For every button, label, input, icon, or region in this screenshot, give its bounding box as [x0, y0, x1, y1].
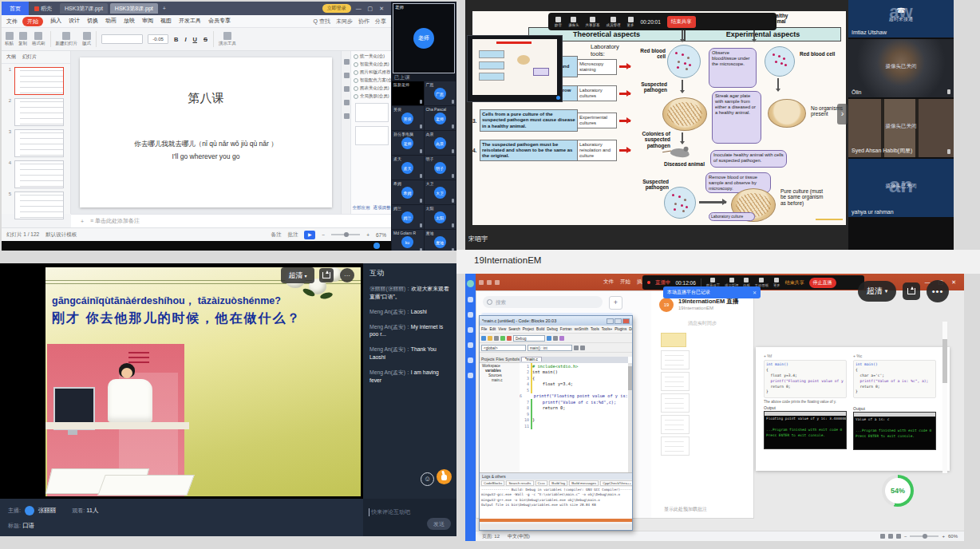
- slide-thumbnail[interactable]: 3: [2, 126, 70, 157]
- management-tab[interactable]: Projects: [481, 357, 495, 361]
- menu-item[interactable]: 设计: [69, 17, 80, 26]
- italic-button[interactable]: I: [184, 36, 187, 43]
- zoom-out-button[interactable]: −: [904, 534, 907, 539]
- toolbar-icon[interactable]: [494, 336, 499, 341]
- font-family-select[interactable]: [101, 34, 143, 44]
- add-note-button[interactable]: +: [81, 219, 84, 224]
- participant-tile[interactable]: 陈新老师: [392, 81, 424, 105]
- toolbar-icon[interactable]: [559, 336, 564, 341]
- menu-item[interactable]: 开发工具: [179, 17, 201, 26]
- rail-icon[interactable]: [468, 342, 473, 348]
- minimize-button[interactable]: [607, 318, 614, 324]
- view-icon[interactable]: [896, 534, 901, 539]
- underline-button[interactable]: U: [192, 36, 198, 43]
- more-button[interactable]: ···: [340, 268, 354, 282]
- chat-card[interactable]: [661, 393, 690, 413]
- tool-icon[interactable]: [344, 113, 350, 119]
- participant-tile[interactable]: 希姆 希姆: [392, 180, 424, 204]
- strike-button[interactable]: S: [203, 36, 208, 43]
- zoom-slider-knob[interactable]: [344, 232, 349, 237]
- menu-item[interactable]: 开始: [620, 278, 630, 286]
- search-input[interactable]: 搜索: [483, 296, 603, 308]
- menu-item[interactable]: 插入: [50, 17, 61, 26]
- adjust-button[interactable]: 逐项调整: [373, 205, 391, 211]
- zoom-in-button[interactable]: +: [366, 232, 369, 238]
- like-button[interactable]: [437, 469, 452, 484]
- tool-icon[interactable]: [344, 73, 350, 78]
- share-button[interactable]: [319, 268, 334, 282]
- rail-icon[interactable]: [468, 373, 473, 378]
- collab-button[interactable]: 协作: [358, 18, 369, 26]
- slide-thumbnail[interactable]: 1: [2, 64, 70, 95]
- chat-card[interactable]: [661, 350, 690, 369]
- beautify-option[interactable]: 统一美化(会): [351, 51, 392, 59]
- quick-icon[interactable]: [495, 280, 500, 285]
- chat-card[interactable]: [661, 436, 690, 456]
- participant-tile[interactable]: 麦迪 麦迪: [425, 230, 456, 251]
- stop-live-button[interactable]: 停止直播: [809, 278, 836, 288]
- participant-tile[interactable]: 太阳 太阳: [425, 205, 456, 229]
- self-view-thumbnail[interactable]: [467, 35, 563, 102]
- editor-tab[interactable]: *main.c: [521, 357, 542, 361]
- current-slide[interactable]: 第八课 你去哪儿我就去哪儿（nǐ qù nǎr wǒ jiù qù nǎr ） …: [80, 57, 332, 207]
- chat-card[interactable]: [661, 333, 686, 347]
- toolbar-icon[interactable]: [574, 346, 579, 350]
- close-icon[interactable]: ✕: [753, 290, 757, 295]
- layout-button[interactable]: 版式: [82, 32, 91, 46]
- participant-tile[interactable]: 广思 广思: [425, 81, 456, 105]
- paste-button[interactable]: 粘贴: [5, 32, 14, 46]
- language-indicator[interactable]: 中文(中国): [508, 533, 530, 540]
- more-button[interactable]: •••: [927, 280, 949, 302]
- login-button[interactable]: 立即登录: [322, 4, 351, 13]
- beautify-option[interactable]: 图表美化(会员): [351, 83, 392, 91]
- build-target-select[interactable]: Debug: [513, 335, 545, 342]
- share-button[interactable]: 分享: [375, 18, 386, 26]
- resize-handle[interactable]: [556, 96, 560, 100]
- hd-quality-button[interactable]: 超清▾: [281, 267, 314, 283]
- beautify-option[interactable]: 全局换肤(会员): [351, 91, 392, 99]
- send-button[interactable]: 发送: [427, 518, 451, 530]
- menu-item[interactable]: Plugins: [614, 327, 626, 331]
- rail-icon[interactable]: [468, 357, 473, 363]
- comment-toggle[interactable]: 批注: [287, 231, 298, 239]
- tab-docer[interactable]: 稻壳: [29, 5, 57, 13]
- menu-file[interactable]: 文件: [2, 18, 22, 26]
- new-slide-button[interactable]: 新建幻灯片: [56, 32, 78, 46]
- tab-slides[interactable]: 幻灯片: [22, 53, 37, 61]
- font-size-select[interactable]: -0.05: [148, 34, 168, 44]
- tab-outline[interactable]: 大纲: [6, 53, 16, 61]
- zoom-in-button[interactable]: +: [942, 534, 945, 539]
- share-button[interactable]: [903, 282, 920, 300]
- rail-avatar[interactable]: [467, 280, 474, 287]
- template-preview[interactable]: [355, 103, 389, 122]
- view-icon[interactable]: [880, 534, 885, 539]
- editor-scrollbar[interactable]: [628, 363, 632, 472]
- new-tab-button[interactable]: +: [158, 6, 171, 11]
- menu-item[interactable]: Tools+: [602, 327, 612, 331]
- menu-item[interactable]: 审阅: [142, 17, 153, 26]
- design-template[interactable]: 默认设计模板: [45, 231, 77, 239]
- participant-tile[interactable]: 明子 明子: [425, 156, 456, 180]
- participant-tile[interactable]: 孙分享电脑 老师: [392, 131, 424, 155]
- close-button[interactable]: [622, 318, 630, 324]
- scroll-thumb[interactable]: [942, 339, 947, 383]
- cb-title-bar[interactable]: *main.c [untitled] - Code::Blocks 20.03: [480, 316, 632, 326]
- maximize-button[interactable]: [614, 318, 622, 324]
- beautify-option[interactable]: 智能美化(会员): [351, 59, 392, 67]
- toolbar-icon[interactable]: [580, 346, 585, 350]
- participant-tile[interactable]: 姆兰 姆兰: [392, 205, 424, 229]
- toolbar-icon[interactable]: [481, 336, 486, 341]
- log-tab[interactable]: Build messages: [569, 480, 599, 486]
- menu-item[interactable]: DoxyBlocks: [629, 327, 632, 331]
- zoom-slider[interactable]: [331, 234, 360, 235]
- menu-item[interactable]: File: [481, 327, 487, 331]
- menu-item[interactable]: 放映: [124, 17, 135, 26]
- quick-icon[interactable]: [487, 280, 492, 285]
- participant-tile[interactable]: 高晨 高晨: [425, 131, 456, 155]
- menu-item[interactable]: Tools: [591, 327, 599, 331]
- log-tab[interactable]: Cccc: [535, 480, 548, 486]
- add-button[interactable]: +: [609, 296, 622, 310]
- meeting-tool-button[interactable]: 更多: [627, 17, 634, 27]
- zoom-slider-knob[interactable]: [923, 534, 927, 539]
- code-editor[interactable]: 1# include<stdio.h> 2int main() 3{ 4 flo…: [520, 363, 628, 472]
